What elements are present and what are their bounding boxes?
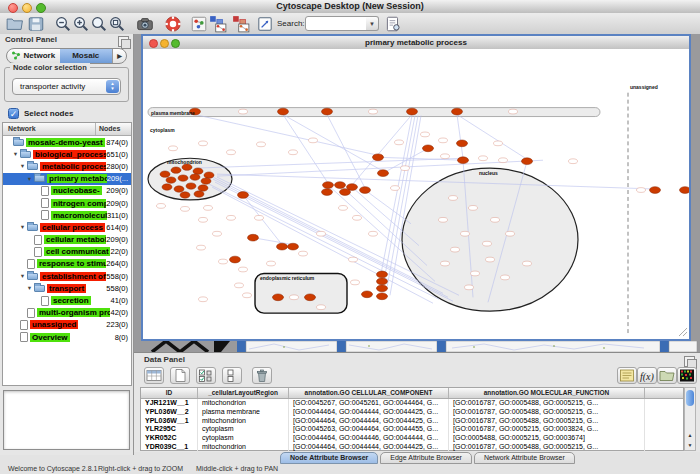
region-shapes[interactable]: [148, 93, 628, 335]
tree-item[interactable]: cellular metabol209(0): [3, 234, 131, 246]
tree-item[interactable]: ▼biological_process651(0): [3, 148, 131, 160]
help-lifering-icon[interactable]: [164, 15, 182, 33]
float-data-panel-icon[interactable]: [684, 356, 695, 367]
network-window-titlebar[interactable]: primary metabolic process: [143, 36, 689, 50]
tree-column-nodes[interactable]: Nodes: [96, 123, 131, 135]
attribute-select-icon[interactable]: [144, 367, 164, 384]
search-input[interactable]: [305, 16, 371, 31]
zoom-selected-icon[interactable]: [90, 15, 108, 33]
expand-arrow-icon[interactable]: ▼: [18, 224, 27, 230]
network-canvas[interactable]: plasma membrane cytoplasm mitochondrion …: [143, 49, 689, 339]
tree-item-selected[interactable]: ▼primary metabo209(...: [3, 173, 131, 185]
window-zoom-button[interactable]: [171, 39, 180, 48]
control-panel: Control Panel Network Mosaic ▶ Node colo…: [0, 34, 134, 455]
minimize-button[interactable]: [22, 3, 32, 13]
tree-item[interactable]: ▼establishment of lo558(0): [3, 270, 131, 282]
new-attribute-icon[interactable]: [170, 367, 190, 384]
tree-item[interactable]: nitrogen compo209(0): [3, 197, 131, 209]
tree-item[interactable]: ▼metabolic process280(0): [3, 160, 131, 172]
folder-icon: [27, 273, 38, 280]
attribute-browser-tabs: Node Attribute Browser Edge Attribute Br…: [280, 452, 575, 464]
resize-grip-icon[interactable]: [679, 328, 687, 336]
float-panel-icon[interactable]: [118, 36, 129, 47]
tab-overflow-arrow-icon[interactable]: ▶: [112, 49, 126, 63]
tree-item[interactable]: secretion41(0): [3, 294, 131, 306]
table-row[interactable]: YPL036W__2plasma membrane[GO:0044464, GO…: [141, 408, 683, 417]
file-icon: [41, 198, 49, 208]
annotation-icon[interactable]: [256, 15, 274, 33]
tree-item[interactable]: unassigned223(0): [3, 319, 131, 331]
table-scrollbar[interactable]: ▲ ▼: [684, 387, 696, 451]
select-nodes-checkbox[interactable]: ✓: [8, 108, 19, 119]
tree-item[interactable]: multi-organism pro42(0): [3, 307, 131, 319]
expand-arrow-icon[interactable]: ▼: [25, 176, 34, 182]
expand-arrow-icon[interactable]: ▼: [18, 163, 27, 169]
attribute-table-header[interactable]: ID _cellularLayoutRegion annotation.GO C…: [141, 388, 683, 399]
scroll-up-icon[interactable]: ▲: [685, 430, 695, 440]
heatmap-icon[interactable]: [677, 367, 697, 384]
table-row[interactable]: YKR052Ccytoplasm[GO:0044464, GO:0044446,…: [141, 434, 683, 443]
file-icon: [34, 235, 42, 245]
network-view-window[interactable]: primary metabolic process: [141, 34, 691, 341]
close-button[interactable]: [8, 3, 18, 13]
file-icon: [34, 247, 42, 257]
open-attributes-icon[interactable]: [657, 367, 677, 384]
table-row[interactable]: YLR295Ccytoplasm[GO:0045263, GO:0044464,…: [141, 425, 683, 434]
zoom-out-icon[interactable]: [54, 15, 72, 33]
zoom-in-icon[interactable]: [72, 15, 90, 33]
tree-item[interactable]: Overview8(0): [3, 331, 131, 343]
window-minimize-button[interactable]: [160, 39, 169, 48]
select-nodes-label: Select nodes: [24, 109, 73, 118]
background-windows-strip[interactable]: [134, 341, 700, 352]
function-builder-icon[interactable]: f(x): [637, 367, 657, 384]
column-layout-region[interactable]: _cellularLayoutRegion: [198, 388, 289, 398]
tree-item[interactable]: nucleobase-209(0): [3, 185, 131, 197]
network-view-icon[interactable]: [190, 15, 208, 33]
zoom-window-button[interactable]: [36, 3, 46, 13]
column-id[interactable]: ID: [141, 388, 198, 398]
tree-item[interactable]: ▼cellular process614(0): [3, 221, 131, 233]
attribute-table[interactable]: ID _cellularLayoutRegion annotation.GO C…: [140, 387, 684, 451]
unselect-all-attributes-icon[interactable]: [222, 367, 242, 384]
birdseye-view[interactable]: [3, 390, 130, 450]
tab-network[interactable]: Network: [7, 49, 60, 63]
scroll-down-icon[interactable]: ▼: [685, 440, 695, 450]
select-all-attributes-icon[interactable]: [196, 367, 216, 384]
window-close-button[interactable]: [149, 39, 158, 48]
node-color-attribute-select[interactable]: transporter activity ▲▼: [12, 78, 121, 95]
tree-item[interactable]: response to stimul264(0): [3, 258, 131, 270]
table-row[interactable]: YDR039C__1mitochondrion[GO:0044464, GO:0…: [141, 443, 683, 452]
tree-item[interactable]: mosaic-demo-yeast874(0): [3, 136, 131, 148]
configure-search-icon[interactable]: [384, 15, 402, 33]
delete-attribute-icon[interactable]: [252, 367, 272, 384]
column-molecular-function[interactable]: annotation.GO MOLECULAR_FUNCTION: [449, 388, 645, 398]
nucleus-region: [402, 168, 578, 311]
search-dropdown-icon[interactable]: ▼: [366, 16, 379, 31]
open-file-icon[interactable]: [6, 15, 24, 33]
tree-item[interactable]: cell communicat22(0): [3, 246, 131, 258]
tab-edge-attribute-browser[interactable]: Edge Attribute Browser: [380, 452, 472, 464]
expand-arrow-icon[interactable]: ▼: [25, 285, 34, 291]
zoom-fit-icon[interactable]: [108, 15, 126, 33]
node-color-selection-legend: Node color selection: [10, 63, 90, 72]
snapshot-camera-icon[interactable]: [136, 15, 154, 33]
save-session-icon[interactable]: [27, 15, 45, 33]
tab-mosaic[interactable]: Mosaic: [60, 49, 113, 63]
tree-item[interactable]: ▼transport558(0): [3, 282, 131, 294]
column-cellular-component[interactable]: annotation.GO CELLULAR_COMPONENT: [289, 388, 449, 398]
import-attributes-icon[interactable]: [232, 15, 250, 33]
import-network-icon[interactable]: [209, 15, 227, 33]
tab-mosaic-label: Mosaic: [72, 51, 99, 60]
expand-arrow-icon[interactable]: ▼: [18, 273, 27, 279]
tab-node-attribute-browser[interactable]: Node Attribute Browser: [280, 452, 378, 464]
table-row[interactable]: YJR121W__1mitochondrion[GO:0045267, GO:0…: [141, 399, 683, 408]
scrollbar-thumb[interactable]: [686, 390, 694, 406]
tab-network-attribute-browser[interactable]: Network Attribute Browser: [474, 452, 575, 464]
tree-header[interactable]: Network Nodes: [3, 123, 131, 136]
tree-item[interactable]: macromolecule311(0): [3, 209, 131, 221]
expand-arrow-icon[interactable]: ▼: [11, 151, 20, 157]
tree-column-network[interactable]: Network: [3, 123, 96, 135]
table-row[interactable]: YPL036W__1mitochondrion[GO:0044464, GO:0…: [141, 417, 683, 426]
import-attribute-table-icon[interactable]: [617, 367, 637, 384]
app-titlebar[interactable]: Cytoscape Desktop (New Session): [0, 0, 700, 14]
